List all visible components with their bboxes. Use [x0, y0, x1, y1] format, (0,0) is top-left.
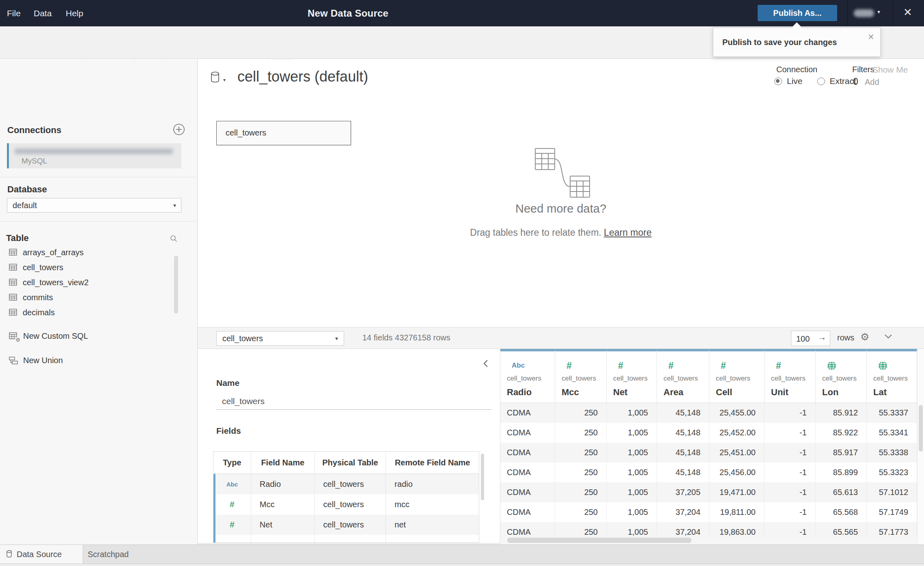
grid-column-table-name: cell_towers	[562, 374, 606, 383]
left-pane: Connections MySQL Database default ▾ Tab…	[0, 59, 198, 544]
fields-table-row[interactable]: #Netcell_towersnet	[213, 514, 479, 535]
grid-cell: CDMA	[500, 443, 555, 463]
grid-column-table-name: cell_towers	[613, 374, 657, 383]
collapse-preview-icon[interactable]	[884, 333, 892, 340]
chevron-down-icon[interactable]: ▾	[877, 9, 880, 15]
preview-table-select[interactable]: cell_towers ▾	[216, 331, 344, 346]
fields-table-row[interactable]	[213, 535, 479, 543]
fields-field-cell: Net	[251, 514, 315, 535]
account-menu[interactable]	[854, 9, 874, 17]
datasource-cylinder-icon[interactable]	[210, 71, 220, 84]
sidebar-table-item-label: cell_towers	[23, 263, 63, 272]
connection-item[interactable]: MySQL	[7, 143, 181, 168]
gear-icon[interactable]: ⚙	[860, 331, 869, 343]
grid-cell: 45,148	[657, 443, 709, 463]
tooltip-close-icon[interactable]: ✕	[868, 32, 874, 42]
fields-table-cell	[315, 535, 386, 543]
grid-horizontal-scrollbar-thumb[interactable]	[507, 538, 691, 543]
grid-row: CDMA2501,00545,14825,456.00-185.89955.33…	[500, 463, 917, 482]
grid-cell: -1	[765, 443, 816, 463]
table-icon	[9, 294, 18, 301]
table-name-input[interactable]	[216, 393, 491, 410]
grid-cell: 250	[555, 482, 607, 502]
radio-icon[interactable]	[817, 77, 825, 85]
sidebar-table-item-cell_towers_view2[interactable]: cell_towers_view2	[0, 275, 191, 290]
connection-option-live[interactable]: Live	[774, 76, 803, 86]
chevron-down-icon[interactable]: ▾	[223, 77, 226, 83]
grid-cell: -1	[765, 522, 816, 536]
sheet-tab-bar: Data Source Scratchpad	[0, 544, 924, 564]
name-label: Name	[216, 378, 239, 388]
sidebar-table-item-decimals[interactable]: decimals	[0, 305, 191, 320]
grid-cell: 85.922	[816, 423, 867, 443]
table-icon	[9, 309, 18, 316]
grid-cell: 65.613	[816, 482, 867, 502]
grid-cell: 250	[555, 522, 607, 536]
apply-row-count-icon[interactable]: →	[818, 333, 826, 342]
sidebar-divider	[0, 221, 198, 222]
database-select[interactable]: default ▾	[7, 198, 181, 213]
sidebar-divider	[0, 177, 198, 177]
radio-icon[interactable]	[774, 77, 782, 85]
menu-help[interactable]: Help	[66, 0, 83, 26]
new-union-button[interactable]: New Union	[0, 352, 191, 368]
grid-column-header-lat[interactable]: cell_towersLat	[867, 349, 917, 403]
grid-column-header-lon[interactable]: cell_towersLon	[816, 349, 867, 403]
grid-column-header-area[interactable]: #cell_towersArea	[657, 349, 709, 403]
learn-more-link[interactable]: Learn more	[604, 227, 652, 238]
table-list: arrays_of_arrayscell_towerscell_towers_v…	[0, 245, 191, 320]
grid-cell: 45,148	[657, 463, 709, 482]
filters-add-button[interactable]: Add	[865, 77, 879, 87]
grid-cell: 57.1749	[867, 502, 917, 522]
fields-remote-cell: radio	[386, 474, 479, 494]
grid-cell: CDMA	[500, 403, 555, 423]
grid-column-table-name: cell_towers	[663, 374, 709, 383]
grid-column-header-mcc[interactable]: #cell_towersMcc	[555, 349, 607, 403]
fields-table-row[interactable]: #Mcccell_towersmcc	[213, 494, 479, 514]
fields-table-row[interactable]: AbcRadiocell_towersradio	[213, 474, 479, 494]
grid-column-header-cell[interactable]: #cell_towersCell	[709, 349, 765, 403]
tab-data-source[interactable]: Data Source	[0, 545, 83, 564]
grid-cell: 250	[555, 502, 607, 522]
preview-toolbar: cell_towers ▾ 14 fields 43276158 rows → …	[198, 327, 924, 349]
sidebar-table-item-arrays_of_arrays[interactable]: arrays_of_arrays	[0, 245, 191, 260]
field-type-cell: #	[213, 494, 251, 514]
grid-cell: CDMA	[500, 522, 555, 536]
sidebar-table-item-commits[interactable]: commits	[0, 290, 191, 305]
grid-vertical-scrollbar	[917, 349, 924, 544]
table-list-scrollbar[interactable]	[174, 256, 178, 314]
grid-column-header-unit[interactable]: #cell_towersUnit	[765, 349, 816, 403]
fields-remote-cell	[386, 535, 479, 543]
menu-file[interactable]: File	[7, 0, 21, 26]
search-icon[interactable]	[170, 235, 178, 244]
grid-column-table-name: cell_towers	[822, 374, 866, 383]
grid-row: CDMA2501,00537,20419,863.00-165.56557.17…	[500, 522, 917, 536]
fields-table-scrollbar[interactable]	[481, 454, 484, 500]
grid-column-field-name: Lat	[873, 387, 917, 398]
collapse-panel-icon[interactable]	[483, 359, 488, 369]
grid-vertical-scrollbar-thumb[interactable]	[919, 405, 923, 452]
grid-cell: 19,811.00	[709, 502, 765, 522]
tab-scratchpad[interactable]: Scratchpad	[88, 545, 129, 564]
grid-cell: 57.1773	[867, 522, 917, 536]
grid-column-table-name: cell_towers	[873, 374, 917, 383]
connection-options: LiveExtract	[774, 76, 856, 86]
show-me-button[interactable]: Show Me	[872, 65, 908, 75]
new-custom-sql-button[interactable]: ⚙ New Custom SQL	[0, 328, 191, 344]
sidebar-table-item-cell_towers[interactable]: cell_towers	[0, 260, 191, 275]
close-icon[interactable]: ✕	[903, 6, 912, 19]
grid-row: CDMA2501,00537,20519,471.00-165.61357.10…	[500, 482, 917, 502]
add-connection-icon[interactable]	[173, 123, 185, 137]
connection-option-extract[interactable]: Extract	[817, 76, 856, 86]
grid-column-header-radio[interactable]: Abccell_towersRadio	[500, 349, 555, 403]
menu-data[interactable]: Data	[34, 0, 52, 26]
grid-row: CDMA2501,00545,14825,451.00-185.91755.33…	[500, 443, 917, 463]
preview-table-select-value: cell_towers	[222, 331, 263, 345]
table-gear-icon: ⚙	[9, 332, 18, 340]
publish-as-button[interactable]: Publish As...	[758, 5, 837, 21]
logical-table-node[interactable]: cell_towers	[216, 121, 351, 145]
data-preview-grid: Abccell_towersRadio#cell_towersMcc#cell_…	[500, 349, 917, 544]
grid-column-header-net[interactable]: #cell_towersNet	[607, 349, 657, 403]
tableau-web-authoring-window: File Data Help New Data Source Publish A…	[0, 0, 924, 566]
grid-cell: 19,863.00	[709, 522, 765, 536]
